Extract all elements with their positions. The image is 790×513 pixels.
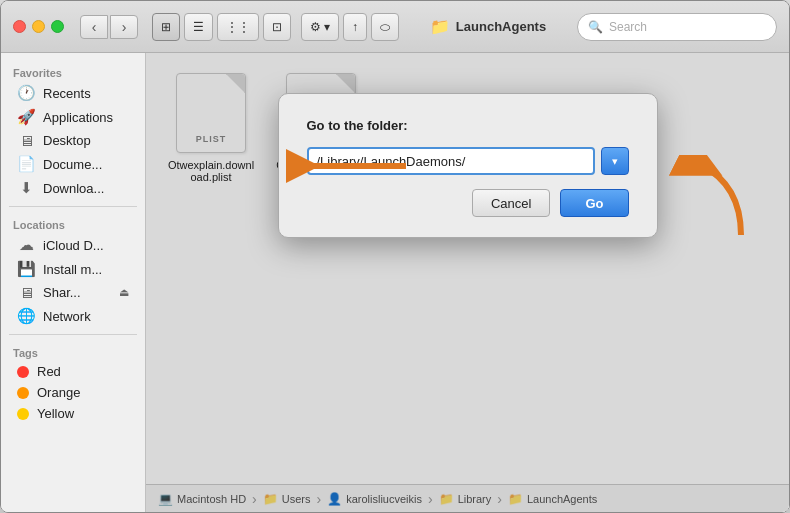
sidebar-item-icloud[interactable]: ☁ iCloud D... — [5, 233, 141, 257]
sidebar-item-documents[interactable]: 📄 Docume... — [5, 152, 141, 176]
close-button[interactable] — [13, 20, 26, 33]
sidebar-item-orange[interactable]: Orange — [5, 382, 141, 403]
sidebar-item-recents[interactable]: 🕐 Recents — [5, 81, 141, 105]
finder-window: ‹ › ⊞ ☰ ⋮⋮ ⊡ ⚙ ▾ ↑ — [0, 0, 790, 513]
sidebar-label-recents: Recents — [43, 86, 91, 101]
chevron-right-icon: › — [122, 19, 127, 35]
titlebar: ‹ › ⊞ ☰ ⋮⋮ ⊡ ⚙ ▾ ↑ — [1, 1, 789, 53]
content-area: PLIST Otwexplain.download.plist PLIST Ot… — [146, 53, 789, 512]
modal-input-row: ▾ — [307, 147, 629, 175]
tag-button[interactable]: ⬭ — [371, 13, 399, 41]
modal-buttons: Cancel Go — [307, 189, 629, 217]
sidebar-label-network: Network — [43, 309, 91, 324]
recents-icon: 🕐 — [17, 84, 35, 102]
path-dropdown-button[interactable]: ▾ — [601, 147, 629, 175]
eject-icon[interactable]: ⏏ — [119, 286, 129, 299]
column-view-button[interactable]: ⋮⋮ — [217, 13, 259, 41]
list-icon: ☰ — [193, 20, 204, 34]
maximize-button[interactable] — [51, 20, 64, 33]
tag-label-orange: Orange — [37, 385, 80, 400]
main-area: Favorites 🕐 Recents 🚀 Applications 🖥 Des… — [1, 53, 789, 512]
modal-overlay: Go to the folder: ▾ Cancel Go — [146, 53, 789, 512]
sidebar-item-install[interactable]: 💾 Install m... — [5, 257, 141, 281]
dropdown-chevron-icon: ▾ — [612, 155, 618, 168]
search-bar[interactable]: 🔍 Search — [577, 13, 777, 41]
sidebar-label-applications: Applications — [43, 110, 113, 125]
gear-icon: ⚙ — [310, 20, 321, 34]
search-placeholder: Search — [609, 20, 647, 34]
documents-icon: 📄 — [17, 155, 35, 173]
modal-title: Go to the folder: — [307, 118, 629, 133]
sidebar-label-downloads: Downloa... — [43, 181, 104, 196]
share-drive-icon: 🖥 — [17, 284, 35, 301]
red-tag-dot — [17, 366, 29, 378]
goto-folder-modal: Go to the folder: ▾ Cancel Go — [278, 93, 658, 238]
tag-label-red: Red — [37, 364, 61, 379]
cancel-button[interactable]: Cancel — [472, 189, 550, 217]
window-title: 📁 LaunchAgents — [409, 17, 567, 36]
toolbar-icons: ⊞ ☰ ⋮⋮ ⊡ ⚙ ▾ ↑ ⬭ — [152, 13, 399, 41]
columns-icon: ⋮⋮ — [226, 20, 250, 34]
icloud-icon: ☁ — [17, 236, 35, 254]
sidebar-item-share[interactable]: 🖥 Shar... ⏏ — [5, 281, 141, 304]
back-button[interactable]: ‹ — [80, 15, 108, 39]
gear-dropdown-icon: ▾ — [324, 20, 330, 34]
nav-buttons: ‹ › — [80, 15, 138, 39]
yellow-tag-dot — [17, 408, 29, 420]
minimize-button[interactable] — [32, 20, 45, 33]
sidebar-item-desktop[interactable]: 🖥 Desktop — [5, 129, 141, 152]
sidebar-label-share: Shar... — [43, 285, 81, 300]
group-button[interactable]: ⚙ ▾ — [301, 13, 339, 41]
tag-icon: ⬭ — [380, 20, 390, 34]
share-icon: ↑ — [352, 20, 358, 34]
sidebar-label-documents: Docume... — [43, 157, 102, 172]
sidebar-label-icloud: iCloud D... — [43, 238, 104, 253]
sidebar-divider-2 — [9, 334, 137, 335]
arrow-right-annotation — [651, 155, 771, 245]
network-icon: 🌐 — [17, 307, 35, 325]
list-view-button[interactable]: ☰ — [184, 13, 213, 41]
sidebar-item-yellow[interactable]: Yellow — [5, 403, 141, 424]
cover-view-button[interactable]: ⊡ — [263, 13, 291, 41]
sidebar-label-desktop: Desktop — [43, 133, 91, 148]
sidebar-item-red[interactable]: Red — [5, 361, 141, 382]
forward-button[interactable]: › — [110, 15, 138, 39]
desktop-icon: 🖥 — [17, 132, 35, 149]
applications-icon: 🚀 — [17, 108, 35, 126]
folder-path-input[interactable] — [307, 147, 595, 175]
sidebar-label-install: Install m... — [43, 262, 102, 277]
tags-section-label: Tags — [1, 341, 145, 361]
share-button[interactable]: ↑ — [343, 13, 367, 41]
orange-tag-dot — [17, 387, 29, 399]
sidebar-item-applications[interactable]: 🚀 Applications — [5, 105, 141, 129]
title-text: LaunchAgents — [456, 19, 546, 34]
install-icon: 💾 — [17, 260, 35, 278]
downloads-icon: ⬇ — [17, 179, 35, 197]
search-icon: 🔍 — [588, 20, 603, 34]
tag-label-yellow: Yellow — [37, 406, 74, 421]
grid-icon: ⊞ — [161, 20, 171, 34]
sidebar-item-network[interactable]: 🌐 Network — [5, 304, 141, 328]
sidebar-item-downloads[interactable]: ⬇ Downloa... — [5, 176, 141, 200]
title-folder-icon: 📁 — [430, 17, 450, 36]
go-button[interactable]: Go — [560, 189, 628, 217]
sidebar-divider-1 — [9, 206, 137, 207]
gallery-icon: ⊡ — [272, 20, 282, 34]
locations-section-label: Locations — [1, 213, 145, 233]
chevron-left-icon: ‹ — [92, 19, 97, 35]
favorites-section-label: Favorites — [1, 61, 145, 81]
traffic-lights — [13, 20, 64, 33]
icon-view-button[interactable]: ⊞ — [152, 13, 180, 41]
sidebar: Favorites 🕐 Recents 🚀 Applications 🖥 Des… — [1, 53, 146, 512]
